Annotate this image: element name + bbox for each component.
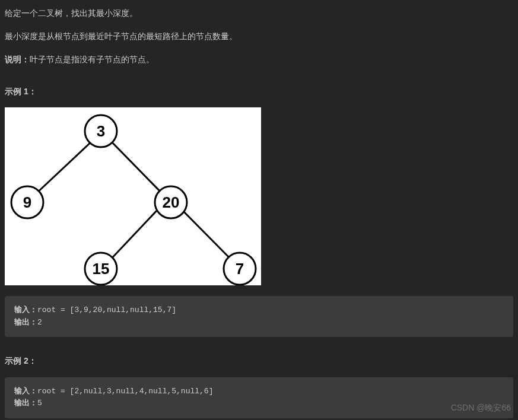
- input-label: 输入：: [14, 306, 37, 314]
- tree-node-value: 7: [236, 260, 244, 278]
- output-label: 输出：: [14, 318, 37, 327]
- tree-edge: [182, 209, 233, 262]
- tree-edge: [110, 141, 164, 195]
- tree-node-value: 20: [163, 193, 180, 211]
- note-text: 叶子节点是指没有子节点的节点。: [30, 55, 154, 64]
- output-value: 5: [37, 399, 42, 408]
- tree-edge: [34, 141, 93, 195]
- watermark: CSDN @晚安66: [451, 400, 511, 415]
- tree-node-value: 9: [23, 193, 31, 211]
- problem-statement-line1: 给定一个二叉树，找出其最小深度。: [5, 6, 513, 21]
- problem-statement-line2: 最小深度是从根节点到最近叶子节点的最短路径上的节点数量。: [5, 29, 513, 44]
- tree-node-value: 3: [97, 122, 105, 140]
- output-label: 输出：: [14, 399, 37, 408]
- input-value: root = [2,null,3,null,4,null,5,null,6]: [37, 387, 213, 396]
- example-1-code: 输入：root = [3,9,20,null,null,15,7] 输出：2: [5, 296, 513, 338]
- note-label: 说明：: [5, 55, 30, 64]
- input-label: 输入：: [14, 387, 37, 396]
- input-value: root = [3,9,20,null,null,15,7]: [37, 306, 176, 314]
- output-value: 2: [37, 318, 42, 327]
- example-2-code: 输入：root = [2,null,3,null,4,null,5,null,6…: [5, 377, 513, 419]
- example-2-heading: 示例 2：: [5, 354, 513, 368]
- example-1-heading: 示例 1：: [5, 84, 513, 99]
- binary-tree-diagram: 3 9 20 15 7: [5, 107, 261, 285]
- tree-edge: [109, 209, 158, 262]
- tree-node-value: 15: [93, 260, 110, 278]
- problem-note: 说明：叶子节点是指没有子节点的节点。: [5, 52, 513, 67]
